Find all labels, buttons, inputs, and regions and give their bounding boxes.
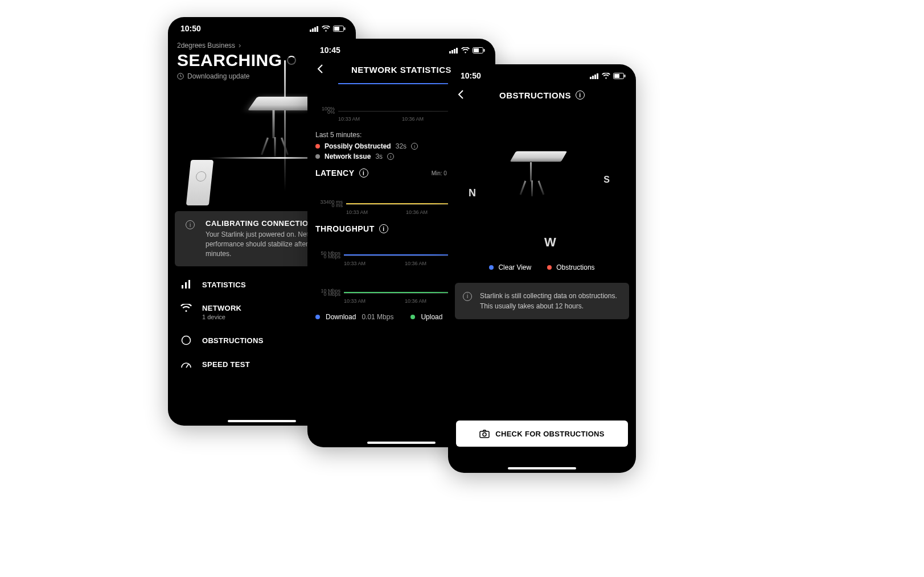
svg-rect-16: [456, 48, 458, 53]
compass-w: W: [544, 235, 556, 250]
svg-rect-13: [449, 51, 451, 53]
dot-icon: [489, 265, 494, 270]
page-title: SEARCHING: [177, 51, 282, 70]
chevron-right-icon: ›: [239, 41, 241, 50]
svg-rect-22: [594, 75, 596, 79]
circle-icon: [179, 335, 193, 345]
y-axis-bot: 0 Mbps: [315, 291, 340, 297]
clock-icon: [177, 73, 184, 80]
section-title: LATENCY: [315, 168, 355, 178]
phone-obstructions: 10:50 OBSTRUCTIONS i N W S Clear View Ob…: [448, 64, 636, 473]
obstruction-map[interactable]: N W S: [456, 113, 628, 261]
status-icons: [310, 26, 346, 32]
back-button[interactable]: [457, 89, 464, 101]
collecting-note: i Starlink is still collecting data on o…: [455, 283, 629, 319]
svg-rect-20: [590, 77, 592, 79]
compass-s: S: [603, 175, 610, 185]
wifi-icon: [461, 47, 470, 53]
dot-icon: [547, 265, 552, 270]
screen-title: OBSTRUCTIONS: [499, 90, 571, 100]
menu-sublabel: 1 device: [202, 314, 241, 320]
check-obstructions-button[interactable]: CHECK FOR OBSTRUCTIONS: [456, 421, 628, 447]
download-label: Download: [326, 313, 356, 321]
menu-label: SPEED TEST: [202, 360, 250, 369]
wifi-icon: [322, 26, 330, 32]
svg-rect-8: [182, 285, 183, 288]
svg-rect-0: [310, 30, 311, 32]
info-icon[interactable]: i: [576, 90, 585, 100]
status-bar: 10:50: [168, 17, 356, 35]
signal-icon: [449, 47, 458, 53]
svg-rect-9: [185, 282, 187, 288]
svg-point-28: [483, 432, 486, 436]
svg-rect-21: [592, 76, 594, 79]
menu-label: STATISTICS: [202, 281, 246, 289]
signal-icon: [310, 26, 319, 32]
svg-point-11: [182, 336, 191, 345]
back-button[interactable]: [317, 64, 323, 76]
info-icon[interactable]: i: [387, 153, 394, 160]
spinner-icon: [287, 56, 296, 65]
info-icon[interactable]: i: [411, 143, 418, 150]
home-indicator[interactable]: [228, 420, 296, 422]
legend-label: Possibly Obstructed: [325, 142, 391, 150]
svg-rect-3: [317, 26, 318, 32]
section-title: THROUGHPUT: [315, 224, 375, 233]
status-time: 10:50: [461, 71, 481, 80]
dot-icon: [410, 315, 415, 319]
menu-label: OBSTRUCTIONS: [202, 336, 264, 345]
status-time: 10:45: [320, 46, 340, 55]
status-time: 10:50: [180, 24, 201, 33]
status-icons: [590, 73, 626, 79]
info-icon: i: [183, 220, 198, 229]
wifi-icon: [179, 304, 193, 312]
home-indicator[interactable]: [508, 467, 576, 469]
battery-icon: [613, 73, 626, 79]
battery-icon: [473, 47, 485, 53]
svg-rect-19: [484, 49, 485, 52]
svg-line-12: [186, 364, 188, 368]
router-illustration: [186, 160, 213, 205]
menu-label: NETWORK: [202, 304, 241, 312]
svg-rect-1: [312, 28, 314, 32]
info-icon[interactable]: i: [379, 224, 388, 233]
signal-icon: [590, 73, 599, 79]
svg-rect-26: [625, 75, 626, 77]
dish-illustration: [513, 147, 564, 166]
cta-label: CHECK FOR OBSTRUCTIONS: [495, 430, 605, 438]
camera-icon: [479, 430, 490, 438]
status-icons: [449, 47, 485, 53]
svg-rect-23: [597, 73, 598, 79]
home-indicator[interactable]: [367, 442, 436, 444]
svg-rect-15: [454, 49, 455, 53]
legend-label: Network Issue: [325, 153, 371, 160]
compass-n: N: [469, 187, 476, 199]
svg-rect-25: [614, 74, 619, 78]
legend-value: 32s: [396, 142, 406, 150]
info-icon: i: [463, 291, 472, 301]
note-text: Starlink is still collecting data on obs…: [480, 291, 621, 311]
dot-icon: [315, 315, 320, 319]
dot-icon: [315, 144, 320, 149]
status-bar: 10:45: [307, 39, 495, 57]
info-icon[interactable]: i: [359, 168, 368, 178]
bars-icon: [179, 280, 193, 289]
gauge-icon: [179, 361, 193, 369]
svg-rect-27: [480, 431, 489, 438]
svg-rect-2: [314, 27, 316, 32]
subtitle: Downloading update: [187, 72, 249, 80]
battery-icon: [333, 26, 346, 32]
y-axis-bot: 0%: [315, 109, 335, 115]
wifi-icon: [602, 73, 610, 79]
y-axis-bot: 0 Mbps: [315, 254, 340, 259]
status-bar: 10:50: [448, 64, 636, 83]
legend-value: 3s: [375, 153, 383, 160]
download-value: 0.01 Mbps: [362, 313, 393, 321]
svg-rect-14: [451, 50, 453, 53]
svg-rect-10: [188, 280, 190, 288]
dot-icon: [315, 154, 320, 159]
svg-rect-5: [334, 27, 339, 31]
svg-rect-18: [474, 48, 479, 52]
legend-obs: Obstructions: [556, 263, 594, 271]
obstruction-legend: Clear View Obstructions: [456, 263, 628, 271]
